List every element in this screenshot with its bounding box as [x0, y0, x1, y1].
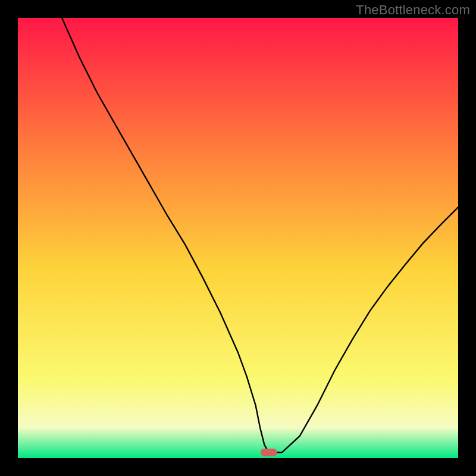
watermark-label: TheBottleneck.com — [356, 2, 470, 18]
optimum-marker — [261, 449, 277, 456]
plot-area — [18, 18, 458, 458]
chart-frame: TheBottleneck.com — [0, 0, 476, 476]
chart-svg — [18, 18, 458, 458]
gradient-background — [18, 18, 458, 458]
